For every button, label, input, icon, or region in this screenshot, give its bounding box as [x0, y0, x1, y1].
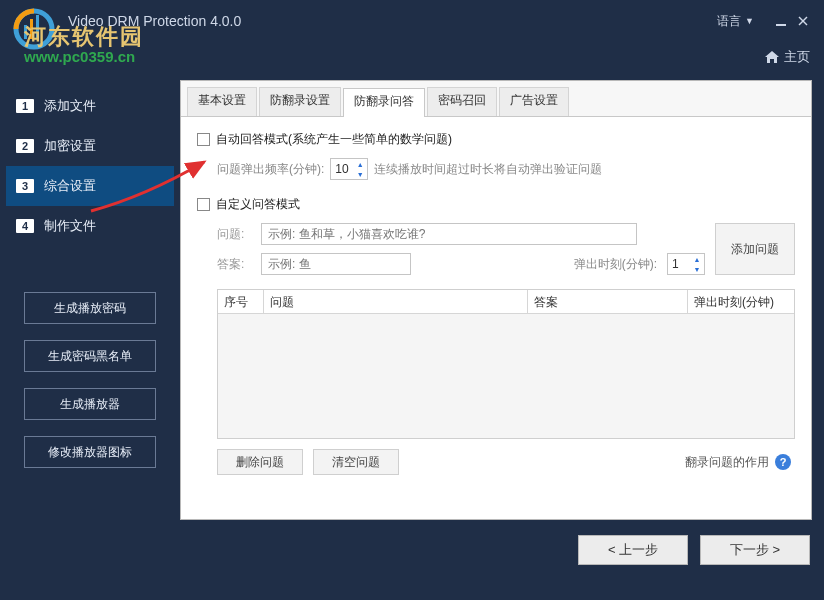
- answer-field-label: 答案:: [217, 256, 251, 273]
- col-seq: 序号: [218, 290, 264, 313]
- auto-answer-label: 自动回答模式(系统产生一些简单的数学问题): [216, 131, 452, 148]
- freq-value: 10: [335, 162, 348, 176]
- spin-down-icon[interactable]: ▼: [353, 169, 367, 179]
- col-question: 问题: [264, 290, 528, 313]
- app-title: Video DRM Protection 4.0.0: [68, 13, 241, 29]
- step-label: 添加文件: [44, 97, 96, 115]
- titlebar: Video DRM Protection 4.0.0 语言 ▼: [0, 0, 824, 42]
- footer: < 上一步 下一步 >: [0, 520, 824, 580]
- clear-questions-button[interactable]: 清空问题: [313, 449, 399, 475]
- chevron-down-icon: ▼: [745, 16, 754, 26]
- step-number: 3: [16, 179, 34, 193]
- spin-up-icon[interactable]: ▲: [690, 254, 704, 264]
- auto-answer-checkbox[interactable]: [197, 133, 210, 146]
- tab-anti-record[interactable]: 防翻录设置: [259, 87, 341, 116]
- modify-player-icon-button[interactable]: 修改播放器图标: [24, 436, 156, 468]
- sidebar-step-add-file[interactable]: 1 添加文件: [6, 86, 174, 126]
- prev-button[interactable]: < 上一步: [578, 535, 688, 565]
- tab-password-recall[interactable]: 密码召回: [427, 87, 497, 116]
- next-button[interactable]: 下一步 >: [700, 535, 810, 565]
- help-text: 翻录问题的作用: [685, 454, 769, 471]
- step-number: 1: [16, 99, 34, 113]
- sidebar-step-encrypt[interactable]: 2 加密设置: [6, 126, 174, 166]
- minimize-button[interactable]: [770, 10, 792, 32]
- add-question-button[interactable]: 添加问题: [715, 223, 795, 275]
- popup-time-label: 弹出时刻(分钟):: [574, 256, 657, 273]
- svg-rect-1: [30, 19, 33, 39]
- col-popup-time: 弹出时刻(分钟): [688, 290, 794, 313]
- spin-down-icon[interactable]: ▼: [690, 264, 704, 274]
- freq-spinner[interactable]: 10 ▲▼: [330, 158, 368, 180]
- freq-hint: 连续播放时间超过时长将自动弹出验证问题: [374, 161, 602, 178]
- tab-ads[interactable]: 广告设置: [499, 87, 569, 116]
- step-label: 综合设置: [44, 177, 96, 195]
- custom-qa-checkbox[interactable]: [197, 198, 210, 211]
- homebar: 主页: [0, 42, 824, 72]
- step-number: 4: [16, 219, 34, 233]
- tab-qa[interactable]: 防翻录问答: [343, 88, 425, 117]
- tab-body-qa: 自动回答模式(系统产生一些简单的数学问题) 问题弹出频率(分钟): 10 ▲▼ …: [181, 117, 811, 519]
- home-icon: [764, 50, 780, 64]
- popup-time-value: 1: [672, 257, 679, 271]
- question-field-label: 问题:: [217, 226, 251, 243]
- generate-blacklist-button[interactable]: 生成密码黑名单: [24, 340, 156, 372]
- sidebar: 1 添加文件 2 加密设置 3 综合设置 4 制作文件 生成播放密码 生成密码黑…: [0, 72, 180, 520]
- step-label: 加密设置: [44, 137, 96, 155]
- freq-label: 问题弹出频率(分钟):: [217, 161, 324, 178]
- col-answer: 答案: [528, 290, 688, 313]
- logo-area: Video DRM Protection 4.0.0: [10, 0, 241, 45]
- help-icon: ?: [775, 454, 791, 470]
- tab-basic[interactable]: 基本设置: [187, 87, 257, 116]
- question-input[interactable]: [261, 223, 637, 245]
- language-selector[interactable]: 语言 ▼: [717, 13, 754, 30]
- popup-time-spinner[interactable]: 1 ▲▼: [667, 253, 705, 275]
- svg-rect-3: [24, 25, 27, 39]
- tabstrip: 基本设置 防翻录设置 防翻录问答 密码召回 广告设置: [181, 81, 811, 117]
- answer-input[interactable]: [261, 253, 411, 275]
- generate-player-button[interactable]: 生成播放器: [24, 388, 156, 420]
- home-link[interactable]: 主页: [784, 48, 810, 66]
- step-label: 制作文件: [44, 217, 96, 235]
- custom-qa-label: 自定义问答模式: [216, 196, 300, 213]
- question-table[interactable]: 序号 问题 答案 弹出时刻(分钟): [217, 289, 795, 439]
- close-button[interactable]: [792, 10, 814, 32]
- generate-playcode-button[interactable]: 生成播放密码: [24, 292, 156, 324]
- sidebar-step-general[interactable]: 3 综合设置: [6, 166, 174, 206]
- language-label: 语言: [717, 13, 741, 30]
- delete-question-button[interactable]: 删除问题: [217, 449, 303, 475]
- qa-help-link[interactable]: 翻录问题的作用 ?: [685, 454, 791, 471]
- step-number: 2: [16, 139, 34, 153]
- main-panel: 基本设置 防翻录设置 防翻录问答 密码召回 广告设置 自动回答模式(系统产生一些…: [180, 80, 812, 520]
- table-header: 序号 问题 答案 弹出时刻(分钟): [218, 290, 794, 314]
- app-logo-icon: [10, 5, 58, 53]
- spin-up-icon[interactable]: ▲: [353, 159, 367, 169]
- svg-rect-2: [36, 15, 39, 39]
- sidebar-step-build[interactable]: 4 制作文件: [6, 206, 174, 246]
